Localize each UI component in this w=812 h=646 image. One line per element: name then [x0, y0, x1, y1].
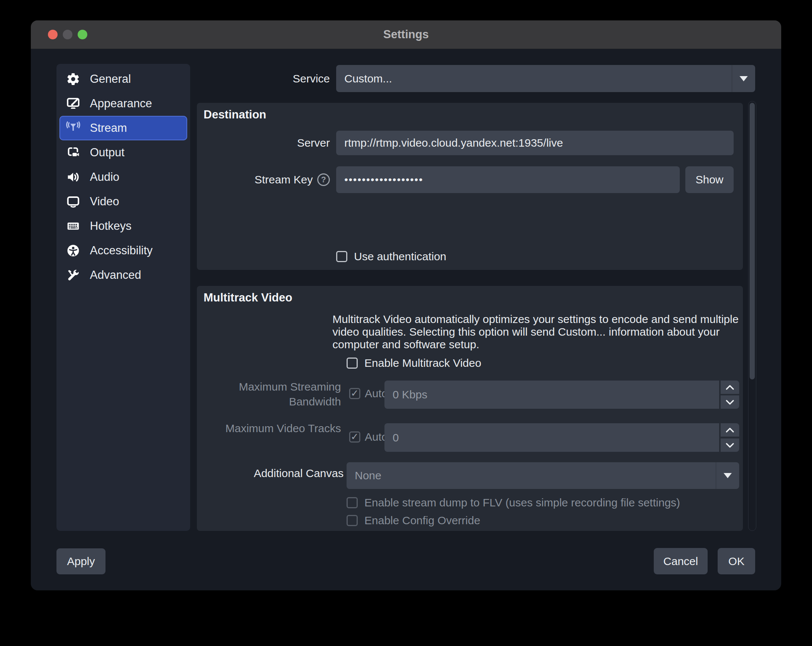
- additional-canvas-value: None: [355, 469, 382, 482]
- chevron-down-icon: [740, 76, 748, 81]
- max-tracks-label: Maximum Video Tracks: [197, 421, 341, 436]
- use-authentication-label: Use authentication: [354, 250, 447, 263]
- stream-key-input[interactable]: ••••••••••••••••••: [336, 166, 680, 193]
- service-select-arrow[interactable]: [732, 65, 755, 92]
- max-tracks-auto-row[interactable]: ✓ Auto: [349, 431, 388, 443]
- stream-key-label-row: Stream Key ?: [197, 172, 330, 187]
- ok-button[interactable]: OK: [717, 548, 755, 574]
- gear-icon: [66, 71, 81, 87]
- desktop: Settings General Appearance Stream: [0, 0, 812, 646]
- sidebar-item-label: General: [90, 72, 131, 86]
- stream-antenna-icon: [66, 120, 81, 136]
- output-icon: [66, 145, 81, 160]
- stream-key-masked-value: ••••••••••••••••••: [344, 174, 423, 186]
- max-bandwidth-auto-row[interactable]: ✓ Auto: [349, 387, 388, 400]
- use-authentication-checkbox[interactable]: [336, 251, 347, 262]
- settings-nav: General Appearance Stream Output: [56, 64, 190, 531]
- additional-canvas-label: Additional Canvas: [197, 466, 343, 481]
- max-bandwidth-auto-checkbox[interactable]: ✓: [349, 388, 360, 399]
- window-title: Settings: [31, 20, 781, 49]
- chevron-down-icon: [723, 473, 732, 478]
- enable-multitrack-checkbox[interactable]: [346, 358, 358, 369]
- flv-dump-label: Enable stream dump to FLV (uses simple r…: [365, 497, 680, 509]
- additional-canvas-arrow[interactable]: [716, 462, 739, 489]
- sidebar-item-audio[interactable]: Audio: [60, 165, 187, 189]
- max-bandwidth-decrement-button[interactable]: [720, 395, 739, 409]
- show-stream-key-button[interactable]: Show: [685, 166, 734, 193]
- accessibility-icon: [66, 243, 81, 258]
- max-tracks-value[interactable]: 0: [385, 423, 719, 452]
- use-authentication-row[interactable]: Use authentication: [336, 250, 447, 263]
- stream-key-label: Stream Key: [255, 174, 313, 186]
- enable-multitrack-row[interactable]: Enable Multitrack Video: [346, 357, 481, 369]
- sidebar-item-label: Advanced: [90, 268, 141, 282]
- service-select[interactable]: Custom...: [336, 65, 755, 92]
- destination-section: Destination Server rtmp://rtmp.video.clo…: [197, 103, 743, 270]
- vertical-scrollbar[interactable]: [748, 101, 756, 531]
- sidebar-item-label: Stream: [90, 121, 127, 135]
- config-override-checkbox[interactable]: [346, 515, 358, 526]
- config-override-row[interactable]: Enable Config Override: [346, 514, 480, 527]
- multitrack-description: Multitrack Video automatically optimizes…: [333, 313, 739, 351]
- server-input[interactable]: rtmp://rtmp.video.cloud.yandex.net:1935/…: [336, 131, 734, 155]
- sidebar-item-video[interactable]: Video: [60, 189, 187, 214]
- service-value: Custom...: [344, 72, 392, 85]
- scrollbar-thumb[interactable]: [749, 103, 755, 379]
- hotkeys-icon: [66, 218, 81, 234]
- max-tracks-auto-checkbox[interactable]: ✓: [349, 431, 360, 443]
- sidebar-item-general[interactable]: General: [60, 67, 187, 91]
- appearance-icon: [66, 96, 81, 111]
- advanced-icon: [66, 267, 81, 283]
- multitrack-title: Multitrack Video: [203, 291, 292, 305]
- settings-window: Settings General Appearance Stream: [31, 20, 781, 590]
- max-bandwidth-spinner[interactable]: 0 Kbps: [385, 381, 739, 409]
- sidebar-item-label: Audio: [90, 171, 119, 184]
- sidebar-item-advanced[interactable]: Advanced: [60, 263, 187, 287]
- sidebar-item-label: Output: [90, 146, 124, 159]
- apply-button[interactable]: Apply: [56, 548, 105, 574]
- destination-title: Destination: [203, 108, 266, 121]
- service-label: Service: [237, 71, 330, 86]
- video-icon: [66, 194, 81, 209]
- sidebar-item-label: Accessibility: [90, 244, 153, 257]
- additional-canvas-select[interactable]: None: [346, 462, 739, 489]
- sidebar-item-stream[interactable]: Stream: [60, 116, 187, 140]
- sidebar-item-hotkeys[interactable]: Hotkeys: [60, 214, 187, 238]
- max-tracks-spinner[interactable]: 0: [385, 423, 739, 452]
- server-value: rtmp://rtmp.video.cloud.yandex.net:1935/…: [344, 137, 563, 149]
- server-label: Server: [197, 136, 330, 150]
- audio-icon: [66, 169, 81, 185]
- titlebar[interactable]: Settings: [31, 20, 781, 49]
- flv-dump-row[interactable]: Enable stream dump to FLV (uses simple r…: [346, 497, 680, 509]
- max-tracks-decrement-button[interactable]: [720, 439, 739, 452]
- sidebar-item-accessibility[interactable]: Accessibility: [60, 238, 187, 263]
- config-override-label: Enable Config Override: [365, 514, 480, 527]
- help-icon[interactable]: ?: [317, 174, 330, 186]
- max-bandwidth-value[interactable]: 0 Kbps: [385, 381, 719, 409]
- max-bandwidth-increment-button[interactable]: [720, 381, 739, 394]
- sidebar-item-label: Hotkeys: [90, 219, 131, 233]
- max-tracks-increment-button[interactable]: [720, 423, 739, 437]
- flv-dump-checkbox[interactable]: [346, 497, 358, 508]
- enable-multitrack-label: Enable Multitrack Video: [365, 357, 481, 369]
- sidebar-item-label: Video: [90, 195, 119, 208]
- sidebar-item-appearance[interactable]: Appearance: [60, 91, 187, 116]
- sidebar-item-label: Appearance: [90, 97, 152, 110]
- sidebar-item-output[interactable]: Output: [60, 140, 187, 165]
- multitrack-section: Multitrack Video Multitrack Video automa…: [197, 286, 743, 531]
- max-bandwidth-label: Maximum Streaming Bandwidth: [197, 379, 341, 394]
- cancel-button[interactable]: Cancel: [654, 548, 708, 574]
